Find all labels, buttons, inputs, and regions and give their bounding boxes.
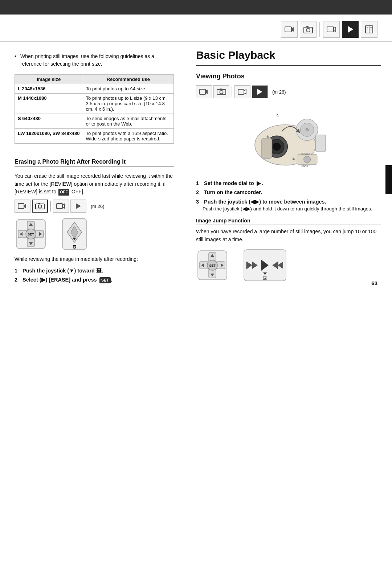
erase-icon-play2 — [70, 200, 86, 213]
svg-text:SET: SET — [209, 264, 216, 267]
bullet-text: When printing still images, use the foll… — [15, 53, 174, 68]
table-row: LW 1920x1080, SW 848x480To print photos … — [15, 129, 174, 144]
main-layout: When printing still images, use the foll… — [0, 42, 392, 294]
off-badge: OFF — [58, 189, 69, 196]
svg-text:🖼: 🖼 — [73, 245, 77, 249]
icon-separator — [319, 22, 320, 37]
erase-icon-movie — [15, 200, 30, 213]
view-icon-video2 — [234, 85, 250, 98]
svg-marker-62 — [257, 181, 261, 186]
svg-marker-20 — [62, 204, 65, 208]
view-page-ref: (m 26) — [272, 89, 286, 95]
right-joystick-cross: SET — [196, 249, 229, 282]
svg-point-56 — [304, 156, 311, 163]
table-row: S 640x480To send images as e-mail attach… — [15, 114, 174, 129]
svg-marker-45 — [257, 89, 262, 95]
erase-body: You can erase the still image recorded l… — [15, 172, 174, 196]
icon-camera[interactable] — [300, 21, 317, 38]
joystick-diamond-diagram: 🖼 — [58, 218, 91, 250]
icon-row — [0, 15, 392, 42]
table-cell-size: LW 1920x1080, SW 848x480 — [15, 129, 83, 144]
erase-icon-camera-active — [32, 200, 48, 213]
view-icon-camera — [213, 85, 229, 98]
table-cell-use: To print photos up to A4 size. — [83, 84, 173, 94]
table-cell-use: To print photos up to L size (9 x 13 cm,… — [83, 94, 173, 114]
svg-point-17 — [38, 205, 42, 208]
icon-movie[interactable] — [281, 21, 298, 38]
left-column: When printing still images, use the foll… — [0, 42, 185, 294]
svg-rect-14 — [18, 204, 24, 209]
basic-playback-title: Basic Playback — [196, 49, 381, 66]
svg-point-41 — [220, 91, 223, 94]
erase-page-ref: (m 26) — [91, 204, 105, 209]
svg-rect-5 — [327, 27, 334, 32]
while-reviewing-text: While reviewing the image immediately af… — [15, 255, 174, 263]
icon-book[interactable] — [361, 21, 377, 38]
right-column: Basic Playback Viewing Photos (m 26) — [185, 42, 392, 294]
left-joystick-row: SET 🖼 — [15, 218, 174, 250]
image-jump-text: When you have recorded a large number of… — [196, 228, 381, 243]
image-jump-heading: Image Jump Function — [196, 218, 381, 225]
camera-diagram: ① POWER ○ ON/OFF ① ② ③ — [241, 102, 336, 175]
view-sep — [232, 86, 232, 97]
icon-video[interactable] — [323, 21, 340, 38]
right-tab — [385, 165, 392, 194]
mode-sep — [50, 201, 51, 212]
erase-icon-video2 — [53, 200, 69, 213]
erase-step2: 2 Select (▶) [ERASE] and press SET. — [15, 276, 174, 283]
table-header-size: Image size — [15, 75, 83, 84]
right-joystick-row: SET 🖼 — [196, 249, 381, 282]
svg-rect-53 — [315, 135, 326, 152]
svg-rect-38 — [200, 89, 205, 94]
page-number: 63 — [371, 280, 377, 286]
erase-mode-icons: (m 26) — [15, 200, 174, 213]
svg-rect-54 — [262, 138, 272, 159]
svg-marker-7 — [348, 26, 353, 33]
table-cell-size: S 640x480 — [15, 114, 83, 129]
view-icon-movie — [196, 85, 212, 98]
svg-marker-6 — [334, 27, 336, 32]
viewing-mode-icons: (m 26) — [196, 85, 381, 98]
table-cell-use: To send images as e-mail attachments or … — [83, 114, 173, 129]
divider — [15, 154, 174, 154]
svg-point-3 — [306, 28, 310, 32]
svg-rect-4 — [306, 26, 309, 28]
svg-rect-42 — [220, 89, 222, 90]
icon-play-active[interactable] — [342, 21, 359, 38]
svg-text:①: ① — [305, 128, 309, 132]
svg-point-49 — [273, 143, 281, 151]
table-cell-size: M 1440x1080 — [15, 94, 83, 114]
svg-rect-43 — [238, 89, 244, 94]
top-bar — [0, 0, 392, 15]
svg-marker-21 — [76, 203, 81, 209]
svg-rect-0 — [285, 27, 291, 32]
table-cell-size: L 2048x1536 — [15, 84, 83, 94]
svg-text:POWER ○: POWER ○ — [301, 152, 312, 155]
erase-heading: Erasing a Photo Right After Recording It — [15, 159, 174, 167]
viewing-step2: 2 Turn on the camcorder. — [196, 189, 381, 196]
viewing-photos-heading: Viewing Photos — [196, 73, 381, 80]
svg-text:SET: SET — [28, 233, 34, 236]
image-size-table: Image size Recommended use L 2048x1536To… — [15, 74, 174, 144]
svg-marker-44 — [244, 90, 246, 94]
svg-text:②: ② — [292, 157, 295, 161]
viewing-steps: 1 Set the mode dial to . 2 Turn on the c… — [196, 180, 381, 213]
table-row: M 1440x1080To print photos up to L size … — [15, 94, 174, 114]
viewing-step1: 1 Set the mode dial to . — [196, 180, 381, 187]
svg-rect-18 — [38, 203, 40, 204]
svg-text:ON/OFF: ON/OFF — [301, 165, 310, 167]
erase-step1: 1 Push the joystick (▼) toward 🖼. — [15, 267, 174, 274]
view-icon-play-active — [252, 85, 268, 98]
svg-text:③: ③ — [266, 135, 269, 139]
right-joystick-skip: 🖼 — [243, 249, 287, 282]
table-cell-use: To print photos with a 16:9 aspect ratio… — [83, 129, 173, 144]
svg-text:①: ① — [276, 113, 279, 117]
table-row: L 2048x1536To print photos up to A4 size… — [15, 84, 174, 94]
joystick-cross-diagram: SET — [15, 218, 47, 250]
bullet-section: When printing still images, use the foll… — [15, 53, 174, 68]
svg-text:🖼: 🖼 — [263, 276, 267, 280]
table-header-use: Recommended use — [83, 75, 173, 84]
svg-rect-19 — [57, 204, 62, 209]
erase-steps: 1 Push the joystick (▼) toward 🖼. 2 Sele… — [15, 267, 174, 284]
viewing-step3: 3 Push the joystick (◀▶) to move between… — [196, 198, 381, 213]
